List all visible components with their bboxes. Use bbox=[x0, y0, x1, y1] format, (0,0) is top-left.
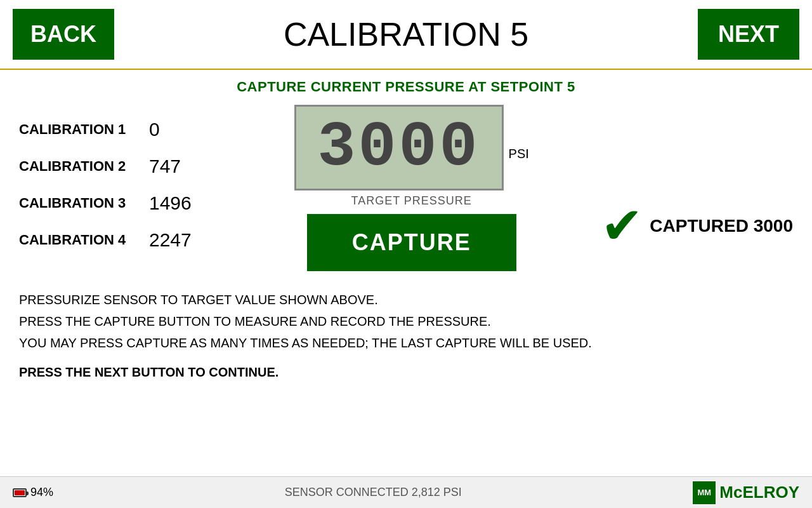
brand-name-text: McELROY bbox=[719, 483, 799, 502]
subtitle: CAPTURE CURRENT PRESSURE AT SETPOINT 5 bbox=[0, 70, 812, 102]
battery-fill bbox=[15, 490, 25, 495]
footer: 94% SENSOR CONNECTED 2,812 PSI MM McELRO… bbox=[0, 476, 812, 508]
pressure-reading: 3000 bbox=[318, 116, 480, 180]
page-title: CALIBRATION 5 bbox=[284, 15, 528, 53]
calibration-list: CALIBRATION 1 0 CALIBRATION 2 747 CALIBR… bbox=[19, 105, 222, 271]
instruction-line-2: PRESS THE CAPTURE BUTTON TO MEASURE AND … bbox=[19, 311, 793, 332]
psi-unit-label: PSI bbox=[509, 147, 529, 161]
instruction-line-4: PRESS THE NEXT BUTTON TO CONTINUE. bbox=[0, 360, 812, 380]
cal-value-2: 747 bbox=[149, 156, 181, 177]
brand-mm-text: MM bbox=[697, 488, 711, 497]
target-pressure-label: TARGET PRESSURE bbox=[351, 194, 471, 208]
battery-percentage: 94% bbox=[30, 486, 53, 499]
captured-area: ✔ CAPTURED 3000 bbox=[601, 105, 793, 271]
table-row: CALIBRATION 3 1496 bbox=[19, 185, 222, 222]
cal-label-3: CALIBRATION 3 bbox=[19, 195, 130, 211]
instructions-block: PRESSURIZE SENSOR TO TARGET VALUE SHOWN … bbox=[0, 271, 812, 360]
cal-value-1: 0 bbox=[149, 119, 160, 140]
check-icon: ✔ bbox=[601, 201, 643, 251]
cal-label-4: CALIBRATION 4 bbox=[19, 232, 130, 248]
table-row: CALIBRATION 4 2247 bbox=[19, 222, 222, 258]
table-row: CALIBRATION 1 0 bbox=[19, 111, 222, 148]
next-button[interactable]: NEXT bbox=[698, 9, 799, 60]
instruction-line-1: PRESSURIZE SENSOR TO TARGET VALUE SHOWN … bbox=[19, 289, 793, 311]
capture-button[interactable]: CAPTURE bbox=[307, 214, 516, 271]
back-button[interactable]: BACK bbox=[13, 9, 114, 60]
brand-icon: MM bbox=[693, 481, 716, 504]
brand-logo: MM McELROY bbox=[693, 481, 799, 504]
main-content: CALIBRATION 1 0 CALIBRATION 2 747 CALIBR… bbox=[0, 105, 812, 271]
instruction-line-3: YOU MAY PRESS CAPTURE AS MANY TIMES AS N… bbox=[19, 332, 793, 354]
cal-label-1: CALIBRATION 1 bbox=[19, 121, 130, 138]
cal-value-4: 2247 bbox=[149, 229, 192, 251]
sensor-status: SENSOR CONNECTED 2,812 PSI bbox=[285, 486, 462, 499]
captured-value: CAPTURED 3000 bbox=[650, 216, 793, 236]
cal-label-2: CALIBRATION 2 bbox=[19, 158, 130, 175]
table-row: CALIBRATION 2 747 bbox=[19, 148, 222, 185]
digital-display: 3000 bbox=[294, 105, 504, 190]
center-area: 3000 PSI TARGET PRESSURE CAPTURE bbox=[235, 105, 588, 271]
header: BACK CALIBRATION 5 NEXT bbox=[0, 0, 812, 70]
cal-value-3: 1496 bbox=[149, 192, 192, 214]
battery-icon bbox=[13, 488, 27, 497]
battery-section: 94% bbox=[13, 486, 53, 499]
display-row: 3000 PSI bbox=[294, 105, 529, 190]
